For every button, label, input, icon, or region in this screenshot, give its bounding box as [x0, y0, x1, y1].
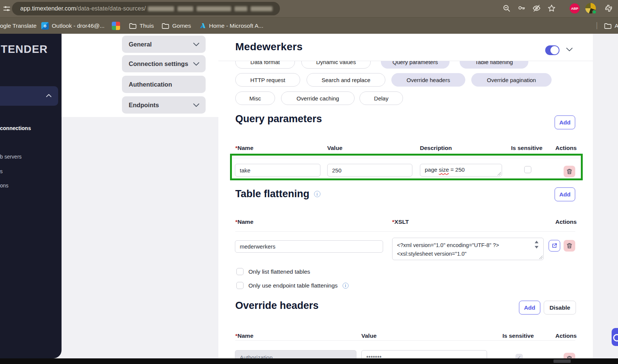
qp-col-value: Value: [327, 145, 343, 151]
annotation-highlight-box: [230, 154, 583, 180]
page-title: Medewerkers: [235, 41, 303, 53]
password-key-icon[interactable]: [517, 4, 526, 12]
bookmark-folder-gomes[interactable]: Gomes: [162, 18, 191, 34]
bookmark-outlook[interactable]: o Outlook - dror46@...: [41, 18, 105, 34]
url-host: app.timextender.com: [20, 5, 76, 12]
right-gutter: [593, 34, 618, 358]
sparkle-bookmark-icon[interactable]: [112, 22, 120, 30]
bookmark-folder-thuis[interactable]: Thuis: [129, 18, 154, 34]
floating-side-tab[interactable]: [612, 328, 618, 346]
override-headers-add-button[interactable]: Add: [519, 301, 540, 315]
bookmark-label: Outlook - dror46@...: [52, 22, 105, 29]
profile-avatar[interactable]: [585, 3, 596, 13]
datasource-settings-card: Data format Dynamic values Query paramet…: [218, 34, 593, 358]
enabled-toggle[interactable]: [545, 45, 559, 55]
xslt-scroll-arrows[interactable]: [535, 241, 538, 249]
tf-open-editor-button[interactable]: [549, 240, 560, 252]
app-sidebar: TENDER connections b servers s ons: [0, 34, 62, 358]
address-bar[interactable]: app.timextender.com/data-estate/data-sou…: [12, 2, 280, 15]
tf-header-divider: [235, 231, 575, 232]
info-icon[interactable]: i: [314, 191, 320, 197]
url-redacted-blur: [148, 5, 276, 12]
folder-icon: [604, 23, 612, 29]
oh-col-value: Value: [361, 333, 377, 339]
abp-label: ABP: [571, 7, 578, 10]
tab-chip-override-pagination[interactable]: Override pagination: [471, 73, 552, 87]
bookmark-google-translate[interactable]: ogle Translate: [0, 18, 36, 34]
tab-chip-search-and-replace[interactable]: Search and replace: [307, 73, 385, 87]
azure-icon: [199, 22, 206, 29]
eye-off-icon[interactable]: [532, 4, 541, 12]
only-list-flattened-tables-checkbox[interactable]: [236, 268, 244, 275]
table-flattening-heading-row: Table flattening i: [235, 188, 320, 200]
bookmark-label: Thuis: [140, 22, 154, 29]
nav-section-endpoints[interactable]: Endpoints: [122, 96, 206, 114]
sidebar-selected-section[interactable]: [0, 86, 58, 106]
tab-chip-override-headers[interactable]: Override headers: [391, 73, 465, 87]
scroll-up-arrow[interactable]: [535, 241, 538, 243]
resize-handle[interactable]: [539, 256, 543, 259]
override-headers-heading: Override headers: [235, 300, 319, 312]
bookmark-azure-home[interactable]: Home - Microsoft A...: [199, 18, 263, 34]
bookmark-label: ogle Translate: [0, 22, 36, 29]
bookmark-star-icon[interactable]: [547, 4, 556, 12]
tf-delete-button[interactable]: [564, 240, 575, 252]
qp-col-is-sensitive: Is sensitive: [511, 145, 543, 151]
checkbox-label: Only use endpoint table flattenings: [248, 282, 338, 289]
tab-chip-http-request[interactable]: HTTP request: [235, 73, 300, 87]
browser-toolbar: app.timextender.com/data-estate/data-sou…: [0, 0, 618, 17]
tf-name-input[interactable]: [235, 240, 383, 253]
bookmark-label: Gomes: [172, 22, 191, 29]
bookmarks-separator: |: [596, 21, 598, 30]
adblock-extension-badge[interactable]: ABP: [570, 3, 580, 13]
tf-col-xslt: *XSLT: [392, 219, 409, 225]
tune-icon[interactable]: [3, 4, 11, 13]
bookmark-folder-right[interactable]: A: [604, 18, 618, 34]
qp-col-name: *Name: [235, 145, 253, 151]
folder-icon: [129, 23, 137, 29]
chevron-down-icon: [193, 42, 200, 46]
bottom-taskbar: [0, 358, 618, 364]
zoom-search-icon[interactable]: [502, 4, 511, 12]
only-use-endpoint-flattenings-option: Only use endpoint table flattenings i: [236, 282, 349, 289]
bookmarks-bar: ogle Translate o Outlook - dror46@... Th…: [0, 17, 618, 34]
chevron-up-icon[interactable]: [46, 93, 52, 98]
outlook-icon: o: [41, 22, 49, 30]
tf-xslt-textarea[interactable]: <?xml version="1.0" encoding="UTF-8" ?> …: [392, 238, 544, 260]
query-parameters-add-button[interactable]: Add: [555, 115, 575, 129]
taskbar-blip: [553, 360, 571, 363]
chevron-down-icon: [193, 62, 200, 66]
sidebar-item-connections[interactable]: connections: [0, 125, 31, 131]
checkbox-label: Only list flattened tables: [248, 268, 310, 275]
scroll-down-arrow[interactable]: [535, 246, 538, 249]
override-headers-disable-button[interactable]: Disable: [544, 301, 576, 315]
folder-icon: [162, 23, 169, 29]
oh-col-name: *Name: [235, 333, 253, 339]
nav-label: Authentication: [129, 81, 172, 88]
sidebar-item-s[interactable]: s: [0, 168, 3, 174]
nav-section-authentication[interactable]: Authentication: [122, 76, 206, 93]
nav-section-general[interactable]: General: [122, 36, 206, 53]
sidebar-item-ons[interactable]: ons: [0, 183, 9, 189]
collapse-chevron-down-icon[interactable]: [566, 47, 573, 52]
tab-chip-delay[interactable]: Delay: [359, 91, 403, 105]
tab-chip-override-caching[interactable]: Override caching: [281, 91, 355, 105]
tf-col-name: *Name: [235, 219, 253, 225]
chevron-down-icon: [193, 103, 200, 107]
sidebar-item-web-servers[interactable]: b servers: [0, 154, 22, 160]
oh-col-actions: Actions: [555, 333, 577, 339]
table-flattening-add-button[interactable]: Add: [555, 187, 575, 201]
info-icon[interactable]: i: [343, 283, 349, 289]
oh-col-is-sensitive: Is sensitive: [502, 333, 534, 339]
table-flattening-heading: Table flattening: [235, 188, 310, 200]
tf-col-actions: Actions: [555, 219, 577, 225]
nav-label: Connection settings: [129, 60, 188, 67]
only-use-endpoint-flattenings-checkbox[interactable]: [236, 282, 244, 289]
nav-section-connection-settings[interactable]: Connection settings: [122, 55, 206, 72]
tab-chip-misc[interactable]: Misc: [235, 91, 275, 105]
oh-header-divider: [235, 340, 575, 341]
app-logo-partial: TENDER: [1, 43, 48, 55]
extensions-puzzle-icon[interactable]: [604, 4, 612, 12]
qp-col-description: Description: [420, 145, 452, 151]
url-path: /data-estate/data-sources/: [76, 5, 146, 12]
